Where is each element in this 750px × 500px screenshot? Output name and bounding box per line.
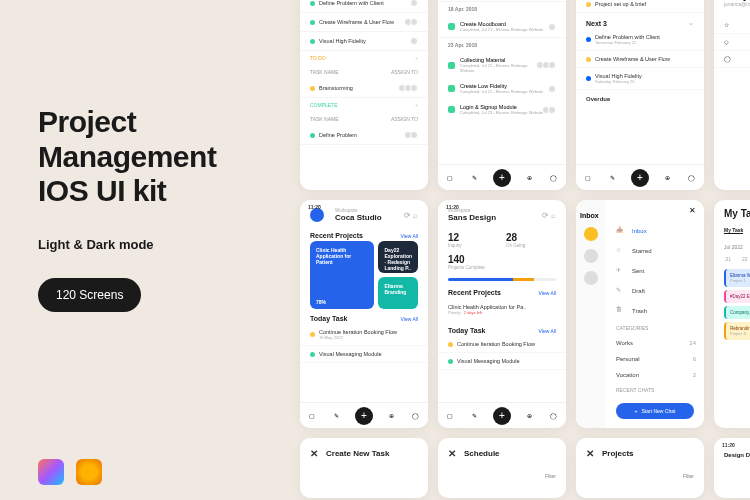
project-card[interactable]: Day22 Exploration - Redesign Landing P.. — [378, 241, 418, 273]
nav-add-button[interactable]: + — [493, 169, 511, 187]
nav-edit-icon[interactable]: ✎ — [607, 172, 619, 184]
calendar-event[interactable]: #Day22 Explorati... — [724, 290, 750, 303]
nav-home-icon[interactable]: ▢ — [444, 172, 456, 184]
close-icon[interactable]: ✕ — [310, 448, 318, 459]
refresh-icon[interactable]: ⟳ — [404, 211, 411, 220]
nav-profile-icon[interactable]: ◯ — [410, 410, 422, 422]
nav-inbox-icon[interactable]: ⊕ — [385, 410, 397, 422]
calendar-event[interactable]: Eltarma Website RedesignProject 1 — [724, 269, 750, 287]
profile-email: jovanca@mail — [724, 1, 750, 7]
task-row[interactable]: Project set up & brief — [576, 0, 704, 13]
task-row[interactable]: Visual High FidelitySaturday, February 2… — [576, 68, 704, 90]
nav-home-icon[interactable]: ▢ — [582, 172, 594, 184]
menu-draft[interactable]: ✎Draft — [606, 281, 704, 301]
task-row[interactable]: Create MoodboardCompleted, Jul 21 - Elta… — [438, 16, 566, 37]
view-all-link[interactable]: View All — [539, 290, 556, 296]
sketch-icon — [76, 459, 102, 485]
close-icon[interactable]: ✕ — [586, 448, 594, 459]
screen-home-coca: 11:20 WorkspaceCoca Studio ⟳ ⌕ Recent Pr… — [300, 200, 428, 428]
nav-inbox-icon[interactable]: ⊕ — [661, 172, 673, 184]
new-chat-button[interactable]: +Start New Chat — [616, 403, 694, 419]
task-row[interactable]: Create Wireframe & User Flow — [576, 51, 704, 68]
menu-sent[interactable]: ✈Sent — [606, 261, 704, 281]
task-row[interactable]: Collecting MaterialCompleted, Jul 22 - E… — [438, 52, 566, 78]
chevron-icon[interactable]: ⌄ — [688, 19, 694, 27]
chat-item[interactable]: Beby Jovanca — [606, 425, 704, 428]
list-item[interactable]: ◇ — [714, 34, 750, 51]
list-item[interactable]: ☆ — [714, 17, 750, 34]
project-card[interactable]: Eltarma Branding — [378, 277, 418, 309]
task-row[interactable]: Login & Signup ModuleCompleted, Jul 23 -… — [438, 99, 566, 120]
workspace-name[interactable]: Sans Design — [448, 213, 496, 222]
task-row[interactable]: Visual Messaging Module — [300, 346, 428, 363]
modal-title: Projects — [602, 449, 634, 458]
avatar[interactable] — [584, 227, 598, 241]
search-icon[interactable]: ⌕ — [551, 211, 556, 220]
task-row[interactable]: Define Problem — [300, 126, 428, 145]
task-row[interactable]: Define Problem with ClientTomorrow, Febr… — [576, 29, 704, 51]
screen-projects: ✕Projects Filter — [576, 438, 704, 498]
refresh-icon[interactable]: ⟳ — [542, 211, 549, 220]
section-today-task: Today Task — [448, 327, 485, 334]
nav-home-icon[interactable]: ▢ — [444, 410, 456, 422]
menu-starred[interactable]: ☆Starred — [606, 241, 704, 261]
search-icon[interactable]: ⌕ — [413, 211, 418, 220]
nav-profile-icon[interactable]: ◯ — [548, 410, 560, 422]
view-all-link[interactable]: View All — [401, 233, 418, 239]
close-icon[interactable]: ✕ — [448, 448, 456, 459]
add-icon[interactable]: + — [415, 55, 418, 61]
project-card[interactable]: Clinic Health Application for Patient78% — [310, 241, 374, 309]
view-all-link[interactable]: View All — [539, 328, 556, 334]
list-item[interactable]: ◯ — [714, 51, 750, 68]
nav-profile-icon[interactable]: ◯ — [686, 172, 698, 184]
nav-home-icon[interactable]: ▢ — [306, 410, 318, 422]
workspace-name[interactable]: Coca Studio — [335, 213, 382, 222]
task-row[interactable]: Define Problem with Client — [300, 0, 428, 13]
project-row[interactable]: Clinic Health Application for Pa..Priori… — [438, 298, 566, 321]
category-vocation[interactable]: Vocation2 — [606, 367, 704, 383]
view-all-link[interactable]: View All — [401, 316, 418, 322]
bottom-nav: ▢ ✎ + ⊕ ◯ — [438, 402, 566, 428]
screens-badge: 120 Screens — [38, 278, 141, 312]
modal-title: Design Dashboard and UI Kit — [724, 452, 750, 458]
tab-mytask[interactable]: My Task — [724, 227, 743, 234]
task-row[interactable]: Continue Iteration Booking Flow — [438, 336, 566, 353]
tool-icons — [38, 459, 102, 485]
filter-button[interactable]: Filter — [545, 473, 556, 479]
screen-today: Today⌄ Project set up & brief Next 3⌄ De… — [576, 0, 704, 190]
nav-edit-icon[interactable]: ✎ — [331, 410, 343, 422]
filter-button[interactable]: Filter — [683, 473, 694, 479]
add-icon[interactable]: + — [415, 102, 418, 108]
progress-bar — [448, 278, 556, 281]
task-row[interactable]: Brainstorming — [300, 79, 428, 98]
bottom-nav: ▢ ✎ + ⊕ ◯ — [300, 402, 428, 428]
calendar-event[interactable]: Rebranding Coca Stu...Project 3 — [724, 322, 750, 340]
avatar[interactable] — [584, 271, 598, 285]
section-today-task: Today Task — [310, 315, 347, 322]
nav-inbox-icon[interactable]: ⊕ — [523, 172, 535, 184]
status-time: 11:20 — [446, 204, 459, 210]
nav-add-button[interactable]: + — [631, 169, 649, 187]
task-row[interactable]: Continue Iteration Booking Flow19 May, 2… — [300, 324, 428, 346]
calendar-event[interactable]: Company... — [724, 306, 750, 319]
nav-add-button[interactable]: + — [493, 407, 511, 425]
category-personal[interactable]: Personal6 — [606, 351, 704, 367]
hero-subtitle: Light & Dark mode — [38, 237, 298, 252]
nav-edit-icon[interactable]: ✎ — [469, 172, 481, 184]
nav-add-button[interactable]: + — [355, 407, 373, 425]
task-row[interactable]: Visual High Fidelity — [300, 32, 428, 51]
menu-inbox[interactable]: 📥Inbox — [606, 221, 704, 241]
calendar-month[interactable]: Jul 2022 — [714, 238, 750, 256]
task-row[interactable]: Visual Messaging Module — [438, 353, 566, 370]
date-section: 18 Apr. 2018 — [438, 1, 566, 16]
nav-edit-icon[interactable]: ✎ — [469, 410, 481, 422]
nav-inbox-icon[interactable]: ⊕ — [523, 410, 535, 422]
category-works[interactable]: Works24 — [606, 335, 704, 351]
menu-trash[interactable]: 🗑Trash — [606, 301, 704, 321]
close-icon[interactable]: ✕ — [689, 206, 696, 215]
nav-profile-icon[interactable]: ◯ — [548, 172, 560, 184]
task-row[interactable]: Create Low FidelityCompleted, Jul 22 - E… — [438, 78, 566, 99]
avatar[interactable] — [584, 249, 598, 263]
tabs: My TaskCalendar — [714, 223, 750, 238]
task-row[interactable]: Create Wireframe & User Flow — [300, 13, 428, 32]
